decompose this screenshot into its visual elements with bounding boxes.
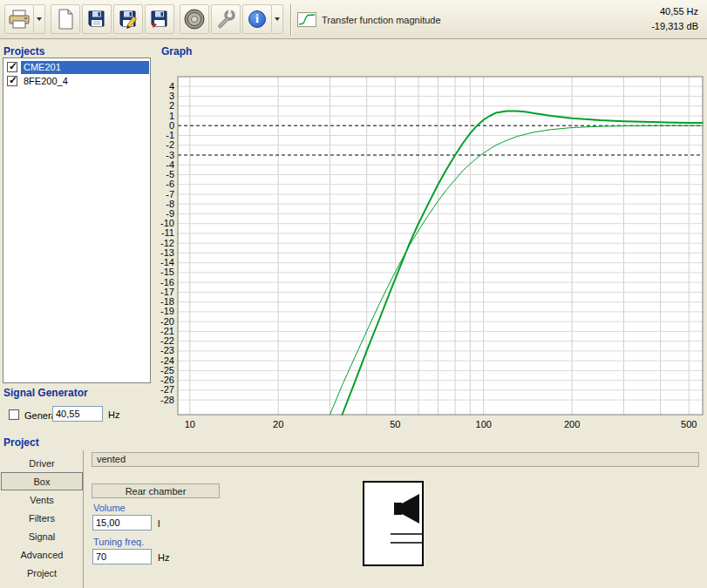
tab-box[interactable]: Box: [1, 472, 83, 490]
generate-checkbox[interactable]: [9, 409, 19, 420]
svg-text:-11: -11: [161, 227, 174, 238]
svg-text:-16: -16: [160, 277, 174, 287]
diagram-driver-magnet: [394, 503, 402, 515]
panel-separator: [83, 450, 84, 588]
svg-text:-28: -28: [160, 395, 174, 405]
svg-text:-22: -22: [160, 335, 174, 346]
project-label: 8FE200_4: [21, 75, 149, 88]
tab-advanced[interactable]: Advanced: [1, 545, 83, 564]
project-heading: Project: [3, 436, 39, 449]
project-checkbox[interactable]: [7, 62, 17, 72]
svg-text:200: 200: [564, 419, 580, 429]
svg-text:-12: -12: [160, 238, 174, 248]
tab-filters[interactable]: Filters: [1, 509, 83, 527]
generator-frequency-input[interactable]: [52, 406, 103, 422]
driver-database-button[interactable]: [180, 4, 209, 34]
projects-list[interactable]: CME201 8FE200_4: [3, 57, 151, 383]
svg-text:-8: -8: [166, 199, 174, 209]
save-as-button[interactable]: [113, 4, 143, 34]
svg-text:-19: -19: [160, 306, 174, 316]
floppy-icon: [87, 10, 106, 29]
signal-generator-heading: Signal Generator: [3, 387, 88, 399]
cursor-level-readout: -19,313 dB: [585, 21, 698, 31]
svg-text:-14: -14: [160, 257, 174, 267]
printer-icon: [8, 9, 31, 30]
volume-input[interactable]: [92, 515, 152, 531]
svg-text:50: 50: [390, 419, 400, 429]
svg-text:-18: -18: [160, 296, 174, 307]
toolbar: i Transfer function magnitude 40,55 Hz -…: [0, 0, 707, 39]
svg-text:-7: -7: [166, 189, 174, 199]
svg-text:-5: -5: [166, 169, 174, 179]
floppy-pencil-icon: [119, 10, 138, 29]
wrench-icon: [215, 9, 236, 30]
tab-project[interactable]: Project: [1, 564, 83, 582]
svg-text:20: 20: [273, 419, 283, 429]
info-dropdown[interactable]: [272, 4, 283, 34]
info-button[interactable]: i: [242, 4, 272, 34]
svg-text:100: 100: [476, 419, 492, 429]
save-button[interactable]: [82, 4, 112, 34]
svg-text:0: 0: [169, 120, 174, 131]
project-checkbox[interactable]: [7, 76, 17, 86]
svg-text:2: 2: [169, 100, 174, 111]
svg-text:500: 500: [681, 419, 697, 429]
new-project-button[interactable]: [51, 4, 80, 34]
graph-heading: Graph: [161, 45, 192, 57]
svg-text:-10: -10: [160, 218, 174, 228]
svg-text:3: 3: [169, 91, 174, 101]
tab-signal[interactable]: Signal: [1, 527, 83, 545]
new-file-icon: [57, 9, 74, 30]
svg-text:-3: -3: [166, 150, 174, 160]
print-button[interactable]: [4, 4, 34, 34]
tab-vents[interactable]: Vents: [1, 490, 83, 509]
enclosure-type-bar: vented: [92, 452, 699, 467]
save-all-button[interactable]: [145, 4, 174, 34]
speaker-icon: [183, 8, 206, 30]
svg-text:-21: -21: [160, 326, 174, 336]
svg-text:-13: -13: [160, 247, 174, 258]
app-window: i Transfer function magnitude 40,55 Hz -…: [0, 0, 707, 588]
dropdown-arrow-icon: [275, 17, 280, 21]
svg-text:-24: -24: [160, 355, 174, 366]
cursor-frequency-readout: 40,55 Hz: [585, 6, 698, 17]
svg-text:-6: -6: [166, 179, 174, 189]
chart-canvas[interactable]: 43210-1-2-3-4-5-6-7-8-9-10-11-12-13-14-1…: [153, 73, 706, 434]
project-list-item[interactable]: CME201: [4, 60, 149, 74]
svg-text:-26: -26: [160, 375, 174, 385]
svg-text:-20: -20: [160, 316, 174, 327]
svg-text:-4: -4: [166, 159, 174, 170]
tools-button[interactable]: [211, 4, 241, 34]
project-list-item[interactable]: 8FE200_4: [4, 74, 149, 88]
projects-heading: Projects: [3, 45, 44, 57]
rear-chamber-button[interactable]: Rear chamber: [92, 483, 220, 498]
tab-driver[interactable]: Driver: [1, 454, 83, 472]
volume-label: Volume: [93, 503, 126, 513]
svg-text:-27: -27: [160, 384, 174, 395]
tuning-freq-label: Tuning freq.: [93, 537, 144, 547]
print-options-dropdown[interactable]: [34, 4, 45, 34]
generator-frequency-unit: Hz: [108, 409, 119, 420]
svg-text:-23: -23: [160, 345, 174, 355]
project-tab-list: Driver Box Vents Filters Signal Advanced…: [1, 454, 83, 582]
frequency-response-chart[interactable]: 43210-1-2-3-4-5-6-7-8-9-10-11-12-13-14-1…: [153, 73, 706, 434]
svg-text:-25: -25: [160, 365, 174, 375]
project-label: CME201: [21, 61, 149, 74]
volume-unit: l: [158, 518, 160, 529]
toolbar-separator: [290, 3, 291, 36]
info-icon: i: [248, 10, 266, 28]
graph-type-button[interactable]: [297, 12, 316, 29]
transfer-function-icon: [297, 12, 316, 27]
svg-text:-17: -17: [160, 287, 174, 297]
svg-text:-9: -9: [166, 208, 174, 219]
svg-text:-15: -15: [160, 267, 174, 277]
floppy-all-icon: [150, 10, 169, 29]
tuning-freq-unit: Hz: [158, 552, 169, 563]
svg-text:4: 4: [169, 81, 174, 91]
svg-text:-1: -1: [166, 130, 174, 140]
svg-text:-2: -2: [166, 139, 174, 150]
tuning-freq-input[interactable]: [92, 549, 152, 564]
svg-text:1: 1: [169, 111, 174, 121]
box-diagram: [361, 480, 427, 569]
svg-text:10: 10: [185, 419, 195, 429]
